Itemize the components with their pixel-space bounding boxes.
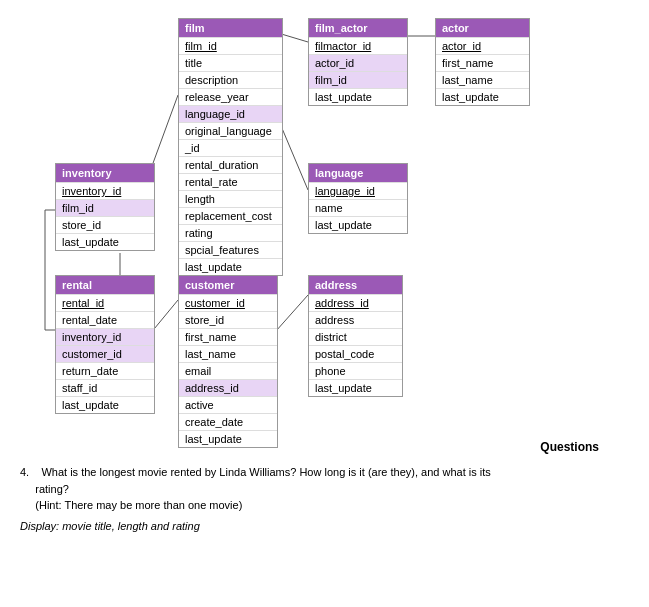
table-row: title bbox=[179, 54, 282, 71]
table-row: language_id bbox=[179, 105, 282, 122]
table-customer: customer customer_id store_id first_name… bbox=[178, 275, 278, 448]
table-row: film_id bbox=[56, 199, 154, 216]
table-row: rental_id bbox=[56, 294, 154, 311]
table-row: rental_rate bbox=[179, 173, 282, 190]
table-row: description bbox=[179, 71, 282, 88]
table-row: staff_id bbox=[56, 379, 154, 396]
table-inventory-body: inventory_id film_id store_id last_updat… bbox=[56, 182, 154, 250]
table-row: filmactor_id bbox=[309, 37, 407, 54]
questions-section: Questions 4. What is the longest movie r… bbox=[0, 430, 649, 548]
table-row: store_id bbox=[56, 216, 154, 233]
question-item: 4. What is the longest movie rented by L… bbox=[20, 464, 629, 514]
question-hint: (Hint: There may be more than one movie) bbox=[35, 499, 242, 511]
table-row: release_year bbox=[179, 88, 282, 105]
table-address-body: address_id address district postal_code … bbox=[309, 294, 402, 396]
table-row: last_update bbox=[309, 88, 407, 105]
table-rental: rental rental_id rental_date inventory_i… bbox=[55, 275, 155, 414]
table-language: language language_id name last_update bbox=[308, 163, 408, 234]
table-row: phone bbox=[309, 362, 402, 379]
table-row: film_id bbox=[309, 71, 407, 88]
table-row: email bbox=[179, 362, 277, 379]
table-row: first_name bbox=[436, 54, 529, 71]
table-inventory: inventory inventory_id film_id store_id … bbox=[55, 163, 155, 251]
table-film-actor-header: film_actor bbox=[309, 19, 407, 37]
table-row: last_name bbox=[436, 71, 529, 88]
table-row: inventory_id bbox=[56, 328, 154, 345]
table-row: rental_duration bbox=[179, 156, 282, 173]
table-film-body: film_id title description release_year l… bbox=[179, 37, 282, 275]
questions-title: Questions bbox=[20, 440, 629, 454]
table-row: address_id bbox=[309, 294, 402, 311]
table-row: replacement_cost bbox=[179, 207, 282, 224]
table-row: last_update bbox=[56, 233, 154, 250]
table-row: rating bbox=[179, 224, 282, 241]
diagram-area: film film_id title description release_y… bbox=[0, 0, 649, 430]
table-row: last_name bbox=[179, 345, 277, 362]
table-row: customer_id bbox=[56, 345, 154, 362]
table-rental-body: rental_id rental_date inventory_id custo… bbox=[56, 294, 154, 413]
table-language-header: language bbox=[309, 164, 407, 182]
table-row: address_id bbox=[179, 379, 277, 396]
table-actor: actor actor_id first_name last_name last… bbox=[435, 18, 530, 106]
table-row: actor_id bbox=[309, 54, 407, 71]
table-row: _id bbox=[179, 139, 282, 156]
table-row: create_date bbox=[179, 413, 277, 430]
table-row: name bbox=[309, 199, 407, 216]
table-rental-header: rental bbox=[56, 276, 154, 294]
table-row: last_update bbox=[179, 430, 277, 447]
table-row: rental_date bbox=[56, 311, 154, 328]
question-number: 4. bbox=[20, 466, 29, 478]
table-row: length bbox=[179, 190, 282, 207]
table-row: last_update bbox=[179, 258, 282, 275]
table-row: return_date bbox=[56, 362, 154, 379]
table-row: last_update bbox=[309, 379, 402, 396]
table-row: last_update bbox=[309, 216, 407, 233]
table-customer-header: customer bbox=[179, 276, 277, 294]
table-row: customer_id bbox=[179, 294, 277, 311]
table-row: active bbox=[179, 396, 277, 413]
table-address: address address_id address district post… bbox=[308, 275, 403, 397]
table-row: original_language bbox=[179, 122, 282, 139]
table-actor-header: actor bbox=[436, 19, 529, 37]
table-customer-body: customer_id store_id first_name last_nam… bbox=[179, 294, 277, 447]
table-film-actor: film_actor filmactor_id actor_id film_id… bbox=[308, 18, 408, 106]
table-row: language_id bbox=[309, 182, 407, 199]
table-inventory-header: inventory bbox=[56, 164, 154, 182]
table-row: last_update bbox=[436, 88, 529, 105]
table-language-body: language_id name last_update bbox=[309, 182, 407, 233]
table-address-header: address bbox=[309, 276, 402, 294]
table-row: postal_code bbox=[309, 345, 402, 362]
question-text: What is the longest movie rented by Lind… bbox=[41, 466, 490, 478]
table-row: store_id bbox=[179, 311, 277, 328]
table-row: last_update bbox=[56, 396, 154, 413]
table-row: district bbox=[309, 328, 402, 345]
table-film-header: film bbox=[179, 19, 282, 37]
table-row: address bbox=[309, 311, 402, 328]
table-row: spcial_features bbox=[179, 241, 282, 258]
table-row: actor_id bbox=[436, 37, 529, 54]
table-row: inventory_id bbox=[56, 182, 154, 199]
question-text2: rating? bbox=[35, 483, 69, 495]
question-display: Display: movie title, length and rating bbox=[20, 518, 629, 535]
table-film: film film_id title description release_y… bbox=[178, 18, 283, 276]
table-row: film_id bbox=[179, 37, 282, 54]
table-film-actor-body: filmactor_id actor_id film_id last_updat… bbox=[309, 37, 407, 105]
table-actor-body: actor_id first_name last_name last_updat… bbox=[436, 37, 529, 105]
table-row: first_name bbox=[179, 328, 277, 345]
